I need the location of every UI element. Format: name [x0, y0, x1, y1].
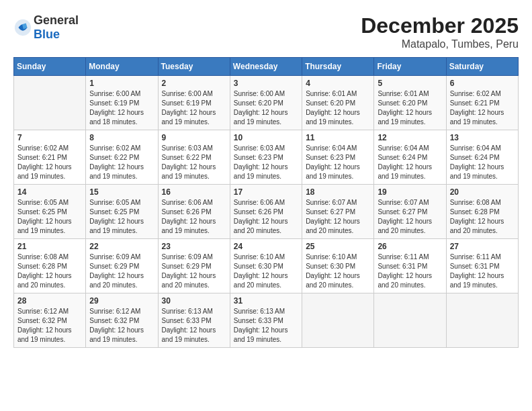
calendar-cell: 28Sunrise: 6:12 AM Sunset: 6:32 PM Dayli… — [14, 293, 86, 348]
day-of-week-header: Saturday — [446, 58, 518, 76]
calendar-cell: 21Sunrise: 6:08 AM Sunset: 6:28 PM Dayli… — [14, 239, 86, 293]
day-info: Sunrise: 6:04 AM Sunset: 6:23 PM Dayligh… — [306, 144, 370, 181]
day-number: 28 — [17, 296, 82, 306]
calendar-cell: 14Sunrise: 6:05 AM Sunset: 6:25 PM Dayli… — [14, 185, 86, 239]
calendar-week-row: 14Sunrise: 6:05 AM Sunset: 6:25 PM Dayli… — [14, 185, 519, 239]
day-info: Sunrise: 6:06 AM Sunset: 6:26 PM Dayligh… — [162, 198, 226, 236]
calendar-cell: 3Sunrise: 6:00 AM Sunset: 6:20 PM Daylig… — [230, 76, 302, 130]
calendar-cell: 15Sunrise: 6:05 AM Sunset: 6:25 PM Dayli… — [86, 185, 158, 239]
calendar-cell: 26Sunrise: 6:11 AM Sunset: 6:31 PM Dayli… — [374, 239, 446, 293]
logo-text-general: General — [34, 13, 79, 27]
day-info: Sunrise: 6:00 AM Sunset: 6:19 PM Dayligh… — [162, 89, 226, 127]
day-of-week-header: Sunday — [14, 58, 86, 76]
day-info: Sunrise: 6:12 AM Sunset: 6:32 PM Dayligh… — [17, 307, 82, 345]
day-info: Sunrise: 6:02 AM Sunset: 6:22 PM Dayligh… — [89, 144, 154, 181]
day-number: 20 — [450, 187, 515, 197]
calendar-week-row: 21Sunrise: 6:08 AM Sunset: 6:28 PM Dayli… — [14, 239, 519, 293]
calendar-cell: 17Sunrise: 6:06 AM Sunset: 6:26 PM Dayli… — [230, 185, 302, 239]
day-number: 1 — [89, 79, 154, 88]
calendar-cell: 19Sunrise: 6:07 AM Sunset: 6:27 PM Dayli… — [374, 185, 446, 239]
calendar-cell: 7Sunrise: 6:02 AM Sunset: 6:21 PM Daylig… — [14, 130, 86, 185]
calendar-cell — [14, 76, 86, 130]
day-number: 11 — [306, 133, 370, 142]
day-info: Sunrise: 6:07 AM Sunset: 6:27 PM Dayligh… — [378, 198, 442, 236]
day-info: Sunrise: 6:03 AM Sunset: 6:23 PM Dayligh… — [234, 144, 298, 181]
day-number: 10 — [234, 133, 298, 142]
calendar-week-row: 7Sunrise: 6:02 AM Sunset: 6:21 PM Daylig… — [14, 130, 519, 185]
logo-text-blue: Blue — [34, 28, 60, 41]
day-number: 6 — [450, 79, 515, 88]
calendar-cell: 24Sunrise: 6:10 AM Sunset: 6:30 PM Dayli… — [230, 239, 302, 293]
calendar-cell: 1Sunrise: 6:00 AM Sunset: 6:19 PM Daylig… — [86, 76, 158, 130]
day-number: 8 — [89, 133, 154, 142]
calendar-cell: 30Sunrise: 6:13 AM Sunset: 6:33 PM Dayli… — [158, 293, 230, 348]
title-block: December 2025 Matapalo, Tumbes, Peru — [361, 13, 519, 50]
day-info: Sunrise: 6:03 AM Sunset: 6:22 PM Dayligh… — [162, 144, 226, 181]
day-info: Sunrise: 6:01 AM Sunset: 6:20 PM Dayligh… — [378, 89, 442, 127]
calendar-cell: 4Sunrise: 6:01 AM Sunset: 6:20 PM Daylig… — [302, 76, 374, 130]
day-number: 25 — [306, 242, 370, 251]
day-number: 9 — [162, 133, 226, 142]
calendar-cell: 2Sunrise: 6:00 AM Sunset: 6:19 PM Daylig… — [158, 76, 230, 130]
day-number: 30 — [162, 296, 226, 306]
day-info: Sunrise: 6:06 AM Sunset: 6:26 PM Dayligh… — [234, 198, 298, 236]
day-info: Sunrise: 6:12 AM Sunset: 6:32 PM Dayligh… — [89, 307, 154, 345]
calendar-cell: 22Sunrise: 6:09 AM Sunset: 6:29 PM Dayli… — [86, 239, 158, 293]
calendar-cell: 20Sunrise: 6:08 AM Sunset: 6:28 PM Dayli… — [446, 185, 518, 239]
calendar-cell: 12Sunrise: 6:04 AM Sunset: 6:24 PM Dayli… — [374, 130, 446, 185]
day-number: 24 — [234, 242, 298, 251]
page-header: General Blue December 2025 Matapalo, Tum… — [13, 13, 519, 50]
calendar-cell: 6Sunrise: 6:02 AM Sunset: 6:21 PM Daylig… — [446, 76, 518, 130]
day-number: 31 — [234, 296, 298, 306]
calendar-body: 1Sunrise: 6:00 AM Sunset: 6:19 PM Daylig… — [14, 76, 519, 348]
day-number: 26 — [378, 242, 442, 251]
day-info: Sunrise: 6:05 AM Sunset: 6:25 PM Dayligh… — [17, 198, 82, 236]
logo-icon — [13, 18, 32, 37]
calendar-cell: 31Sunrise: 6:13 AM Sunset: 6:33 PM Dayli… — [230, 293, 302, 348]
day-info: Sunrise: 6:13 AM Sunset: 6:33 PM Dayligh… — [162, 307, 226, 345]
calendar-week-row: 1Sunrise: 6:00 AM Sunset: 6:19 PM Daylig… — [14, 76, 519, 130]
logo: General Blue — [13, 13, 79, 42]
day-number: 7 — [17, 133, 82, 142]
calendar-cell — [374, 293, 446, 348]
day-of-week-header: Thursday — [302, 58, 374, 76]
calendar-table: SundayMondayTuesdayWednesdayThursdayFrid… — [13, 57, 519, 348]
day-number: 19 — [378, 187, 442, 197]
calendar-cell: 10Sunrise: 6:03 AM Sunset: 6:23 PM Dayli… — [230, 130, 302, 185]
day-number: 14 — [17, 187, 82, 197]
day-number: 18 — [306, 187, 370, 197]
day-of-week-header: Monday — [86, 58, 158, 76]
calendar-cell: 8Sunrise: 6:02 AM Sunset: 6:22 PM Daylig… — [86, 130, 158, 185]
calendar-cell: 13Sunrise: 6:04 AM Sunset: 6:24 PM Dayli… — [446, 130, 518, 185]
calendar-cell — [302, 293, 374, 348]
calendar-cell: 18Sunrise: 6:07 AM Sunset: 6:27 PM Dayli… — [302, 185, 374, 239]
calendar-cell: 29Sunrise: 6:12 AM Sunset: 6:32 PM Dayli… — [86, 293, 158, 348]
calendar-subtitle: Matapalo, Tumbes, Peru — [361, 38, 519, 50]
day-number: 15 — [89, 187, 154, 197]
day-number: 13 — [450, 133, 515, 142]
day-info: Sunrise: 6:13 AM Sunset: 6:33 PM Dayligh… — [234, 307, 298, 345]
day-info: Sunrise: 6:09 AM Sunset: 6:29 PM Dayligh… — [162, 253, 226, 290]
calendar-cell — [446, 293, 518, 348]
calendar-cell: 23Sunrise: 6:09 AM Sunset: 6:29 PM Dayli… — [158, 239, 230, 293]
calendar-cell: 11Sunrise: 6:04 AM Sunset: 6:23 PM Dayli… — [302, 130, 374, 185]
day-info: Sunrise: 6:11 AM Sunset: 6:31 PM Dayligh… — [378, 253, 442, 290]
day-info: Sunrise: 6:08 AM Sunset: 6:28 PM Dayligh… — [17, 253, 82, 290]
calendar-cell: 9Sunrise: 6:03 AM Sunset: 6:22 PM Daylig… — [158, 130, 230, 185]
day-info: Sunrise: 6:02 AM Sunset: 6:21 PM Dayligh… — [17, 144, 82, 181]
day-info: Sunrise: 6:00 AM Sunset: 6:19 PM Dayligh… — [89, 89, 154, 127]
day-number: 4 — [306, 79, 370, 88]
calendar-cell: 25Sunrise: 6:10 AM Sunset: 6:30 PM Dayli… — [302, 239, 374, 293]
calendar-week-row: 28Sunrise: 6:12 AM Sunset: 6:32 PM Dayli… — [14, 293, 519, 348]
day-info: Sunrise: 6:10 AM Sunset: 6:30 PM Dayligh… — [234, 253, 298, 290]
day-info: Sunrise: 6:10 AM Sunset: 6:30 PM Dayligh… — [306, 253, 370, 290]
day-number: 29 — [89, 296, 154, 306]
calendar-cell: 16Sunrise: 6:06 AM Sunset: 6:26 PM Dayli… — [158, 185, 230, 239]
calendar-cell: 5Sunrise: 6:01 AM Sunset: 6:20 PM Daylig… — [374, 76, 446, 130]
days-of-week-row: SundayMondayTuesdayWednesdayThursdayFrid… — [14, 58, 519, 76]
day-number: 17 — [234, 187, 298, 197]
day-info: Sunrise: 6:08 AM Sunset: 6:28 PM Dayligh… — [450, 198, 515, 236]
day-of-week-header: Tuesday — [158, 58, 230, 76]
day-number: 5 — [378, 79, 442, 88]
day-of-week-header: Friday — [374, 58, 446, 76]
